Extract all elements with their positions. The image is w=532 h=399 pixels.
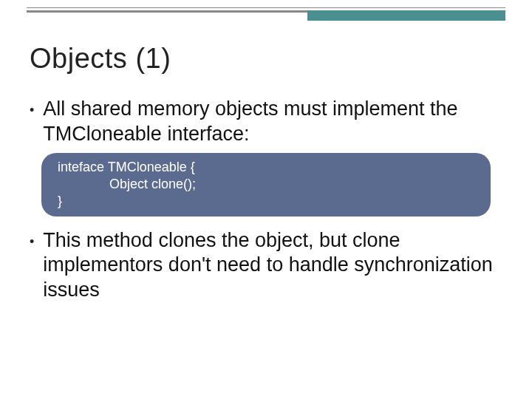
- bullet-item: • This method clones the object, but clo…: [30, 228, 502, 303]
- decoration-teal-block: [307, 10, 505, 21]
- bullet-text: This method clones the object, but clone…: [43, 228, 502, 303]
- slide-title: Objects (1): [30, 43, 502, 75]
- code-line: Object clone();: [58, 176, 474, 193]
- decoration-line-thin: [27, 7, 505, 8]
- bullet-text: All shared memory objects must implement…: [43, 97, 502, 147]
- bullet-marker: •: [30, 234, 34, 250]
- bullet-item: • All shared memory objects must impleme…: [30, 97, 502, 147]
- slide-content: Objects (1) • All shared memory objects …: [0, 21, 532, 303]
- bullet-marker: •: [30, 103, 34, 118]
- code-line: }: [58, 193, 474, 210]
- code-line: inteface TMCloneable {: [58, 159, 474, 176]
- slide-header-decoration: [0, 0, 532, 21]
- code-block: inteface TMCloneable { Object clone(); }: [41, 153, 491, 216]
